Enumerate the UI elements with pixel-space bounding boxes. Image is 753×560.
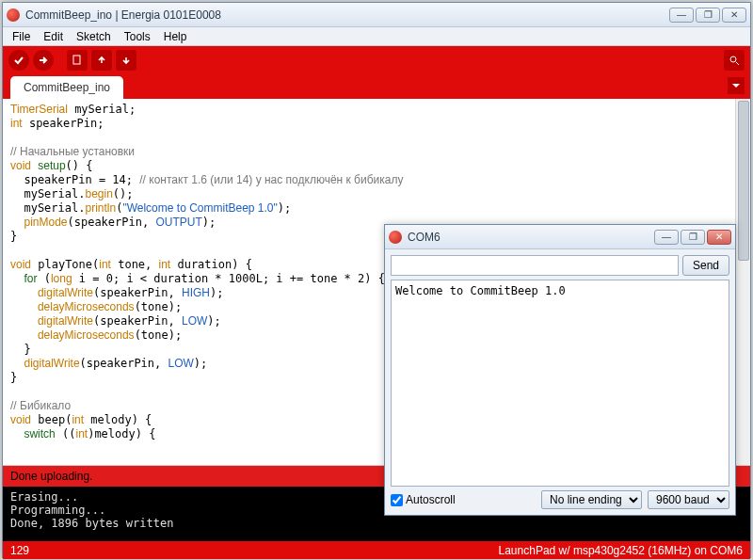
serial-monitor-button[interactable] [724, 50, 745, 71]
line-ending-select[interactable]: No line ending [541, 490, 642, 509]
footer-line-number: 129 [10, 544, 29, 557]
menu-tools[interactable]: Tools [119, 28, 156, 45]
serial-body: Send Welcome to CommitBeep 1.0 Autoscrol… [385, 249, 735, 515]
tabbar: CommitBeep_ino [3, 74, 750, 99]
serial-app-icon [389, 231, 402, 244]
serial-window-controls: — ❐ ✕ [654, 230, 731, 245]
menu-edit[interactable]: Edit [38, 28, 69, 45]
verify-button[interactable] [8, 50, 29, 71]
window-title: CommitBeep_ino | Energia 0101E0008 [25, 8, 669, 22]
serial-send-button[interactable]: Send [682, 255, 729, 276]
titlebar[interactable]: CommitBeep_ino | Energia 0101E0008 — ❐ ✕ [3, 3, 750, 27]
autoscroll-checkbox[interactable]: Autoscroll [391, 493, 456, 506]
serial-monitor-window[interactable]: COM6 — ❐ ✕ Send Welcome to CommitBeep 1.… [384, 224, 736, 516]
menubar: File Edit Sketch Tools Help [3, 27, 750, 46]
autoscroll-label: Autoscroll [406, 493, 456, 506]
serial-minimize-button[interactable]: — [654, 230, 679, 245]
maximize-button[interactable]: ❐ [696, 8, 720, 23]
svg-point-1 [730, 56, 736, 62]
baud-select[interactable]: 9600 baud [648, 490, 729, 509]
window-controls: — ❐ ✕ [669, 8, 746, 23]
menu-file[interactable]: File [7, 28, 36, 45]
tab-active[interactable]: CommitBeep_ino [10, 76, 123, 99]
serial-output[interactable]: Welcome to CommitBeep 1.0 [391, 280, 729, 487]
footer-board-info: LaunchPad w/ msp430g2452 (16MHz) on COM6 [499, 544, 743, 557]
serial-close-button[interactable]: ✕ [707, 230, 731, 245]
svg-rect-0 [73, 56, 80, 64]
footer: 129 LaunchPad w/ msp430g2452 (16MHz) on … [3, 541, 750, 559]
minimize-button[interactable]: — [669, 8, 694, 23]
app-icon [7, 8, 20, 22]
serial-title: COM6 [408, 231, 654, 244]
save-button[interactable] [116, 50, 136, 71]
serial-maximize-button[interactable]: ❐ [681, 230, 705, 245]
editor-scrollbar[interactable] [735, 99, 750, 465]
tab-menu-button[interactable] [728, 77, 745, 94]
upload-button[interactable] [33, 50, 54, 71]
menu-sketch[interactable]: Sketch [71, 28, 117, 45]
serial-input[interactable] [391, 255, 679, 276]
close-button[interactable]: ✕ [722, 8, 746, 23]
new-button[interactable] [67, 50, 88, 71]
autoscroll-input[interactable] [391, 494, 403, 506]
open-button[interactable] [91, 50, 112, 71]
menu-help[interactable]: Help [158, 28, 193, 45]
toolbar [3, 46, 750, 74]
serial-titlebar[interactable]: COM6 — ❐ ✕ [385, 225, 735, 249]
